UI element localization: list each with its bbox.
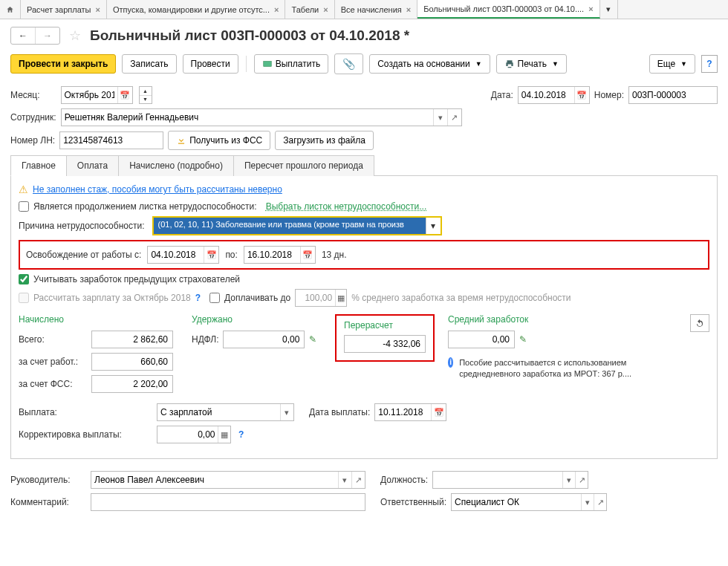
tab-sickleave[interactable]: Больничный лист 003П-000003 от 04.10....… [417, 0, 599, 19]
paydate-field[interactable]: 📅 [374, 403, 446, 421]
tab-payroll[interactable]: Расчет зарплаты× [21, 0, 107, 19]
nav-arrows: ← → [10, 27, 60, 45]
open-icon[interactable]: ↗ [351, 472, 365, 488]
print-button[interactable]: Печать▼ [496, 54, 567, 74]
continuation-checkbox[interactable] [19, 201, 29, 212]
top-tabs: Расчет зарплаты× Отпуска, командировки и… [0, 0, 728, 19]
recalc-box: Перерасчет [335, 314, 435, 362]
close-icon[interactable]: × [323, 5, 328, 14]
pay-button[interactable]: Выплатить [254, 54, 329, 74]
calc-salary-label: Рассчитать зарплату за Октябрь 2018 [33, 293, 191, 303]
prev-insurers-checkbox[interactable] [19, 274, 29, 284]
help-button[interactable]: ? [701, 55, 718, 73]
subtab-main[interactable]: Главное [10, 155, 67, 176]
employer-field[interactable] [91, 353, 173, 371]
employee-field[interactable]: ▾ ↗ [61, 108, 462, 126]
chevron-down-icon[interactable]: ▾ [562, 472, 575, 488]
home-tab[interactable] [0, 0, 21, 19]
paydate-label: Дата выплаты: [309, 407, 370, 417]
info-icon: i [448, 357, 453, 368]
chevron-down-icon[interactable]: ▾ [433, 109, 447, 126]
date-to-field[interactable]: 📅 [244, 246, 316, 264]
step-up[interactable]: ▲ [140, 87, 152, 96]
subtab-recalc[interactable]: Пересчет прошлого периода [233, 155, 374, 176]
close-icon[interactable]: × [406, 5, 411, 14]
correction-field[interactable]: ▦ [157, 426, 231, 443]
tabs-overflow[interactable]: ▾ [600, 0, 618, 19]
forward-button[interactable]: → [36, 27, 59, 44]
open-icon[interactable]: ↗ [594, 494, 606, 510]
date-from-field[interactable]: 📅 [147, 246, 219, 264]
comment-field[interactable] [91, 493, 365, 511]
topup-checkbox[interactable] [209, 293, 220, 303]
open-icon[interactable]: ↗ [447, 109, 461, 126]
save-button[interactable]: Записать [122, 54, 176, 74]
calendar-icon[interactable]: 📅 [204, 247, 218, 263]
post-button[interactable]: Провести [183, 54, 238, 74]
payment-label: Выплата: [19, 407, 152, 417]
avg-field[interactable] [448, 331, 515, 348]
subtab-pay[interactable]: Оплата [66, 155, 119, 176]
warning-link[interactable]: Не заполнен стаж, пособия могут быть рас… [33, 184, 282, 195]
date-to-label: по: [225, 250, 238, 260]
cause-select[interactable]: (01, 02, 10, 11) Заболевание или травма … [152, 216, 442, 235]
create-based-button[interactable]: Создать на основании▼ [369, 54, 490, 74]
select-sheet-link[interactable]: Выбрать листок нетрудоспособности... [266, 201, 427, 212]
attach-button[interactable]: 📎 [334, 53, 363, 74]
calendar-icon[interactable]: 📅 [431, 404, 446, 420]
payment-select[interactable]: ▾ [157, 403, 294, 421]
info-text: Пособие рассчитывается с использованием … [459, 357, 634, 380]
correction-label: Корректировка выплаты: [19, 429, 152, 440]
post-close-button[interactable]: Провести и закрыть [10, 54, 116, 74]
more-button[interactable]: Еще▼ [649, 54, 695, 74]
month-field[interactable]: 📅 [61, 86, 133, 104]
calendar-icon[interactable]: 📅 [574, 87, 589, 103]
ndfl-field[interactable] [223, 331, 305, 348]
pencil-icon[interactable]: ✎ [519, 334, 527, 345]
open-icon[interactable]: ↗ [575, 472, 588, 488]
fss-label: за счет ФСС: [19, 379, 87, 389]
responsible-label: Ответственный: [380, 497, 446, 507]
favorite-icon[interactable]: ☆ [69, 27, 81, 44]
fss-field[interactable] [91, 375, 173, 393]
comment-label: Комментарий: [10, 497, 86, 507]
manager-field[interactable]: ▾ ↗ [91, 471, 365, 489]
ln-field[interactable] [59, 131, 163, 149]
step-down[interactable]: ▼ [140, 96, 152, 104]
title-bar: ← → ☆ Больничный лист 003П-000003 от 04.… [0, 19, 728, 51]
chevron-down-icon[interactable]: ▾ [426, 218, 441, 234]
days-text: 13 дн. [322, 250, 347, 260]
money-icon [262, 59, 273, 69]
total-label: Всего: [19, 334, 87, 345]
get-fss-button[interactable]: Получить из ФСС [168, 131, 270, 150]
tab-accruals[interactable]: Все начисления× [335, 0, 418, 19]
calendar-icon[interactable]: 📅 [117, 87, 132, 103]
number-field[interactable] [628, 86, 718, 104]
responsible-field[interactable]: ▾ ↗ [451, 493, 607, 511]
subtab-accrued[interactable]: Начислено (подробно) [118, 155, 234, 176]
chevron-down-icon[interactable]: ▾ [280, 404, 293, 420]
tab-timesheets[interactable]: Табели× [285, 0, 334, 19]
position-field[interactable]: ▾ ↗ [432, 471, 588, 489]
pencil-icon[interactable]: ✎ [309, 334, 316, 345]
close-icon[interactable]: × [96, 5, 100, 14]
svg-rect-0 [263, 62, 271, 67]
calendar-icon[interactable]: 📅 [300, 247, 315, 263]
help-icon[interactable]: ? [238, 429, 244, 440]
subtabs: Главное Оплата Начислено (подробно) Пере… [10, 154, 718, 176]
close-icon[interactable]: × [588, 4, 593, 13]
refresh-button[interactable] [690, 314, 709, 332]
chevron-down-icon[interactable]: ▾ [338, 472, 351, 488]
back-button[interactable]: ← [11, 27, 36, 44]
month-stepper[interactable]: ▲▼ [139, 86, 152, 104]
totals-area: Начислено Всего: за счет работ.: за счет… [19, 314, 709, 393]
calc-icon[interactable]: ▦ [218, 426, 230, 443]
close-icon[interactable]: × [274, 5, 279, 14]
help-icon[interactable]: ? [195, 293, 201, 303]
total-field[interactable] [91, 331, 173, 348]
date-field[interactable]: 📅 [518, 86, 590, 104]
tab-absences[interactable]: Отпуска, командировки и другие отсутс...… [107, 0, 285, 19]
recalc-field[interactable] [344, 335, 426, 353]
chevron-down-icon[interactable]: ▾ [581, 494, 594, 510]
load-file-button[interactable]: Загрузить из файла [275, 131, 374, 150]
